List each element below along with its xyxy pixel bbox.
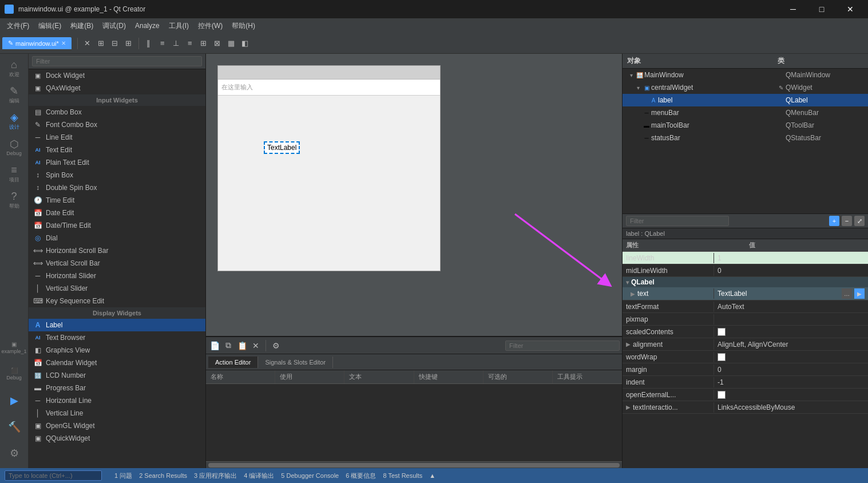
canvas-input[interactable]: 在这里输入 bbox=[218, 80, 440, 96]
text-extra-btn[interactable]: ▶ bbox=[854, 288, 865, 299]
scaled-checkbox[interactable] bbox=[718, 328, 726, 336]
toolbar-btn-11[interactable]: ▦ bbox=[225, 37, 237, 50]
toolbar-btn-7[interactable]: ⊥ bbox=[170, 37, 183, 50]
action-settings-btn[interactable]: ⚙ bbox=[269, 339, 282, 352]
obj-row-toolbar[interactable]: ▬ mainToolBar QToolBar bbox=[623, 119, 868, 132]
prop-row-pixmap[interactable]: pixmap bbox=[623, 313, 868, 326]
widget-qaxwidget[interactable]: ▣ QAxWidget bbox=[29, 82, 205, 94]
design-canvas[interactable]: 在这里输入 TextLabel bbox=[206, 54, 622, 336]
props-remove-btn[interactable]: − bbox=[842, 216, 852, 226]
file-tab[interactable]: ✎ mainwindow.ui* ✕ bbox=[2, 37, 72, 49]
widget-qquick[interactable]: ▣ QQuickWidget bbox=[29, 432, 205, 445]
prop-row-textformat[interactable]: textFormat AutoText bbox=[623, 300, 868, 313]
widget-h-line[interactable]: ─ Horizontal Line bbox=[29, 394, 205, 407]
toolbar-btn-4[interactable]: ⊞ bbox=[122, 37, 135, 50]
widget-text-browser[interactable]: AI Text Browser bbox=[29, 331, 205, 344]
prop-section-qlabel[interactable]: ▾ QLabel bbox=[623, 277, 868, 287]
wordwrap-checkbox[interactable] bbox=[718, 353, 726, 361]
menu-file[interactable]: 文件(F) bbox=[2, 20, 34, 32]
toolbar-btn-12[interactable]: ◧ bbox=[239, 37, 251, 50]
file-tab-close[interactable]: ✕ bbox=[61, 40, 66, 46]
menu-tools[interactable]: 工具(I) bbox=[164, 20, 193, 32]
toolbar-btn-8[interactable]: ≡ bbox=[184, 37, 196, 50]
obj-row-mainwindow[interactable]: ▾ 🪟 MainWindow QMainWindow bbox=[623, 69, 868, 81]
widget-date-edit[interactable]: 📅 Date Edit bbox=[29, 207, 205, 219]
menu-build[interactable]: 构建(B) bbox=[66, 20, 98, 32]
widget-h-scroll[interactable]: ⟺ Horizontal Scroll Bar bbox=[29, 244, 205, 257]
widget-plain-text-edit[interactable]: AI Plain Text Edit bbox=[29, 156, 205, 169]
prop-row-openext[interactable]: openExternalL... bbox=[623, 389, 868, 401]
widget-key-seq[interactable]: ⌨ Key Sequence Edit bbox=[29, 295, 205, 307]
widget-v-line[interactable]: │ Vertical Line bbox=[29, 407, 205, 419]
activity-run[interactable]: ▶ bbox=[2, 388, 27, 413]
action-delete-btn[interactable]: ✕ bbox=[249, 339, 262, 352]
status-debugger[interactable]: 5 Debugger Console bbox=[281, 472, 339, 479]
action-new-btn[interactable]: 📄 bbox=[208, 339, 221, 352]
action-paste-btn[interactable]: 📋 bbox=[236, 339, 248, 352]
text-label-widget[interactable]: TextLabel bbox=[264, 141, 300, 154]
bottom-scrollbar[interactable] bbox=[206, 461, 622, 468]
expand-central[interactable]: ▾ bbox=[634, 85, 642, 91]
toolbar-btn-10[interactable]: ⊠ bbox=[211, 37, 224, 50]
prop-row-margin[interactable]: margin 0 bbox=[623, 363, 868, 376]
widget-spin-box[interactable]: ↕ Spin Box bbox=[29, 169, 205, 181]
action-copy-btn[interactable]: ⧉ bbox=[222, 339, 235, 352]
prop-row-textinteraction[interactable]: ▶ textInteractio... LinksAccessibleByMou… bbox=[623, 401, 868, 414]
text-edit-btn[interactable]: … bbox=[842, 288, 852, 299]
activity-debug2[interactable]: ⬛ Debug bbox=[2, 362, 27, 387]
menu-analyze[interactable]: Analyze bbox=[130, 21, 164, 31]
menu-debug[interactable]: 调试(D) bbox=[98, 20, 130, 32]
close-button[interactable]: ✕ bbox=[837, 0, 863, 18]
activity-example[interactable]: ▣ example_1 bbox=[2, 335, 27, 361]
prop-row-linewidth[interactable]: lineWidth 1 bbox=[623, 252, 868, 264]
widget-line-edit[interactable]: ─ Line Edit bbox=[29, 131, 205, 144]
toolbar-btn-5[interactable]: ‖ bbox=[142, 37, 155, 50]
activity-design[interactable]: ◈ 设计 bbox=[2, 109, 27, 134]
widget-h-slider[interactable]: ─ Horizontal Slider bbox=[29, 270, 205, 282]
widget-text-edit[interactable]: AI Text Edit bbox=[29, 144, 205, 156]
activity-welcome[interactable]: ⌂ 欢迎 bbox=[2, 56, 27, 81]
props-add-btn[interactable]: + bbox=[829, 216, 839, 226]
widget-v-slider[interactable]: │ Vertical Slider bbox=[29, 282, 205, 295]
widget-font-combo-box[interactable]: ✎ Font Combo Box bbox=[29, 118, 205, 131]
activity-build[interactable]: 🔨 bbox=[2, 414, 27, 440]
prop-row-midlinewidth[interactable]: midLineWidth 0 bbox=[623, 264, 868, 277]
obj-row-label[interactable]: A label QLabel bbox=[623, 94, 868, 106]
prop-row-alignment[interactable]: ▶ alignment AlignLeft, AlignVCenter bbox=[623, 338, 868, 351]
menu-controls[interactable]: 控件(W) bbox=[193, 20, 227, 32]
maximize-button[interactable]: □ bbox=[808, 0, 835, 18]
widget-opengl[interactable]: ▣ OpenGL Widget bbox=[29, 419, 205, 432]
widget-dial[interactable]: ◎ Dial bbox=[29, 232, 205, 244]
widget-calendar[interactable]: 📅 Calendar Widget bbox=[29, 357, 205, 369]
status-tests[interactable]: 8 Test Results bbox=[383, 472, 422, 479]
status-arrow[interactable]: ▲ bbox=[429, 472, 435, 479]
minimize-button[interactable]: ─ bbox=[780, 0, 806, 18]
toolbar-btn-1[interactable]: ✕ bbox=[81, 37, 94, 50]
widget-dock-widget[interactable]: ▣ Dock Widget bbox=[29, 69, 205, 82]
activity-help[interactable]: ? 帮助 bbox=[2, 188, 27, 213]
widget-lcd[interactable]: 🔢 LCD Number bbox=[29, 369, 205, 382]
props-filter-input[interactable] bbox=[626, 216, 729, 226]
widget-double-spin-box[interactable]: ↕ Double Spin Box bbox=[29, 181, 205, 194]
toolbar-btn-9[interactable]: ⊞ bbox=[197, 37, 210, 50]
activity-settings[interactable]: ⚙ bbox=[2, 441, 27, 466]
toolbar-btn-2[interactable]: ⊞ bbox=[95, 37, 108, 50]
action-filter-input[interactable] bbox=[505, 341, 620, 351]
toolbar-btn-3[interactable]: ⊟ bbox=[109, 37, 121, 50]
locate-input[interactable] bbox=[5, 470, 102, 481]
action-editor-tab[interactable]: Action Editor bbox=[208, 357, 258, 368]
obj-row-menubar[interactable]: ─ menuBar QMenuBar bbox=[623, 106, 868, 119]
widget-time-edit[interactable]: 🕐 Time Edit bbox=[29, 194, 205, 207]
prop-row-text[interactable]: ▶ text TextLabel … ▶ bbox=[623, 287, 868, 300]
activity-debug[interactable]: ⬡ Debug bbox=[2, 135, 27, 160]
status-issues[interactable]: 1 问题 bbox=[114, 472, 132, 480]
openext-checkbox[interactable] bbox=[718, 391, 726, 399]
obj-row-central[interactable]: ▾ ▣ centralWidget ✎ QWidget bbox=[623, 81, 868, 94]
widget-filter-input[interactable] bbox=[32, 56, 202, 66]
status-overview[interactable]: 6 概要信息 bbox=[346, 472, 376, 480]
status-compile[interactable]: 4 编译输出 bbox=[244, 472, 274, 480]
widget-label[interactable]: A Label bbox=[29, 319, 205, 331]
activity-edit[interactable]: ✎ 编辑 bbox=[2, 82, 27, 108]
widget-v-scroll[interactable]: ⟺ Vertical Scroll Bar bbox=[29, 257, 205, 270]
props-expand-btn[interactable]: ⤢ bbox=[854, 216, 865, 226]
